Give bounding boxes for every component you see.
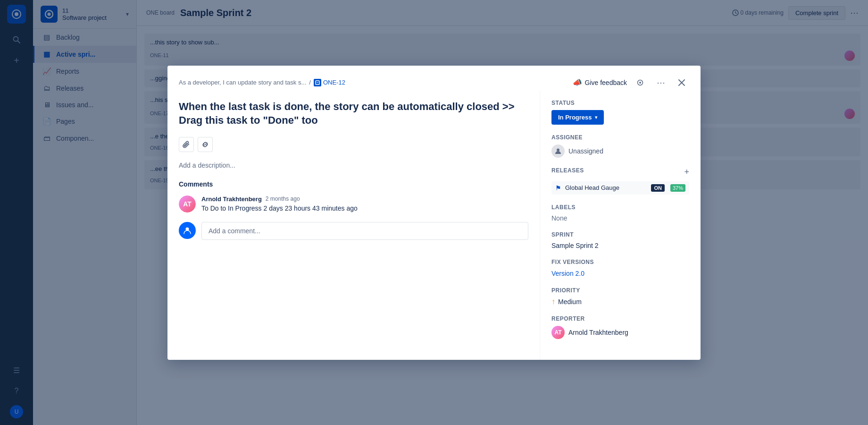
svg-point-13 (639, 82, 641, 84)
comment-author-avatar: AT (179, 196, 196, 212)
release-item[interactable]: ⚑ Global Head Gauge ON 37% (551, 181, 689, 195)
modal-toolbar (179, 137, 528, 152)
priority-icon: ↑ (551, 298, 555, 306)
modal-overlay[interactable]: As a developer, I can update story and t… (0, 0, 868, 425)
comment-text: To Do to In Progress 2 days 23 hours 43 … (201, 204, 528, 212)
watch-button[interactable] (633, 75, 648, 90)
comment-author: Arnold Trakhtenberg (201, 196, 262, 203)
fix-versions-field: Fix versions Version 2.0 (551, 259, 689, 278)
close-button[interactable] (674, 75, 689, 90)
assignee-field: Assignee Unassigned (551, 134, 689, 158)
release-status-badge: ON (651, 184, 665, 192)
reporter-name: Arnold Trakhtenberg (568, 329, 628, 336)
assignee-label: Assignee (551, 134, 689, 141)
chevron-down-icon: ▾ (595, 115, 597, 120)
fix-versions-label: Fix versions (551, 259, 689, 265)
more-options-button[interactable]: ⋯ (653, 75, 668, 90)
issue-key-icon (314, 79, 321, 86)
assignee-row[interactable]: Unassigned (551, 144, 689, 158)
breadcrumb-text: As a developer, I can update story and t… (179, 79, 306, 86)
reporter-field: Reporter AT Arnold Trakhtenberg (551, 315, 689, 339)
priority-field: Priority ↑ Medium (551, 287, 689, 306)
priority-value: Medium (558, 298, 582, 306)
breadcrumb: As a developer, I can update story and t… (179, 79, 345, 86)
labels-label: Labels (551, 204, 689, 211)
priority-label: Priority (551, 287, 689, 294)
modal-header: As a developer, I can update story and t… (167, 66, 701, 90)
labels-value: None (551, 214, 689, 222)
releases-label: Releases (551, 167, 584, 174)
reporter-avatar: AT (551, 326, 565, 339)
release-name: Global Head Gauge (565, 184, 647, 191)
assignee-name: Unassigned (568, 147, 603, 155)
reporter-label: Reporter (551, 315, 689, 322)
fix-version-link[interactable]: Version 2.0 (551, 270, 584, 277)
modal-right-panel: Status In Progress ▾ Assignee Unassigned (540, 90, 701, 360)
modal-actions: 📣 Give feedback ⋯ (573, 75, 690, 90)
issue-modal: As a developer, I can update story and t… (167, 66, 701, 360)
comment-item: AT Arnold Trakhtenberg 2 months ago To D… (179, 196, 528, 212)
megaphone-icon: 📣 (573, 78, 582, 87)
assignee-avatar (551, 144, 565, 158)
link-button[interactable] (198, 137, 213, 152)
give-feedback-button[interactable]: 📣 Give feedback (573, 78, 627, 87)
sprint-value: Sample Sprint 2 (551, 242, 689, 249)
release-progress: 37% (670, 184, 685, 192)
status-button[interactable]: In Progress ▾ (551, 110, 604, 125)
sprint-field: Sprint Sample Sprint 2 (551, 231, 689, 249)
comment-input[interactable]: Add a comment... (201, 222, 528, 240)
sprint-label: Sprint (551, 231, 689, 238)
attach-button[interactable] (179, 137, 194, 152)
issue-key[interactable]: ONE-12 (314, 79, 345, 86)
modal-body: When the last task is done, the story ca… (167, 90, 701, 360)
issue-title: When the last task is done, the story ca… (179, 100, 528, 128)
labels-field: Labels None (551, 204, 689, 222)
current-user-avatar (179, 222, 196, 239)
comment-time: 2 months ago (266, 196, 300, 202)
comments-section: Comments AT Arnold Trakhtenberg 2 months… (179, 180, 528, 240)
status-label: Status (551, 100, 689, 106)
breadcrumb-separator: / (309, 79, 311, 86)
modal-left-panel: When the last task is done, the story ca… (167, 90, 540, 360)
add-release-button[interactable]: + (684, 167, 689, 177)
priority-row[interactable]: ↑ Medium (551, 298, 689, 306)
comments-title: Comments (179, 180, 528, 188)
status-field: Status In Progress ▾ (551, 100, 689, 125)
reporter-row: AT Arnold Trakhtenberg (551, 326, 689, 339)
releases-field: Releases + ⚑ Global Head Gauge ON 37% (551, 167, 689, 195)
svg-point-17 (557, 148, 559, 151)
description-placeholder[interactable]: Add a description... (179, 162, 528, 169)
add-comment-row: Add a comment... (179, 222, 528, 240)
release-flag-icon: ⚑ (555, 184, 561, 192)
